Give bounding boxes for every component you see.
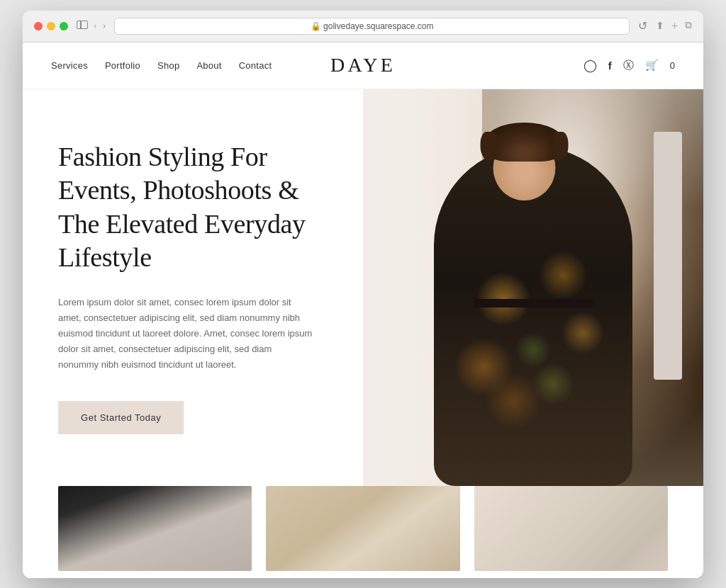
nav-link-about[interactable]: About (196, 60, 221, 71)
browser-controls: ‹ › (77, 21, 106, 32)
forward-icon[interactable]: › (103, 21, 106, 32)
thumbnail-2[interactable] (266, 486, 459, 571)
browser-window: ‹ › 🔒 golivedaye.squarespace.com ↺ ⬆ + ⧉… (23, 11, 703, 578)
url-text: golivedaye.squarespace.com (323, 21, 433, 31)
reload-icon[interactable]: ↺ (638, 19, 647, 33)
hero-section: Fashion Styling For Events, Photoshoots … (23, 89, 703, 486)
hero-content: Fashion Styling For Events, Photoshoots … (23, 89, 363, 486)
nav-links-left: Services Portfolio Shop About Contact (51, 60, 272, 71)
pinterest-icon[interactable]: Ⓧ (623, 59, 634, 72)
lock-icon: 🔒 (311, 21, 323, 31)
main-nav: Services Portfolio Shop About Contact DA… (23, 43, 703, 89)
browser-actions: ⬆ + ⧉ (656, 20, 692, 33)
instagram-icon[interactable]: ◯ (583, 58, 597, 73)
site-logo[interactable]: DAYE (330, 54, 396, 77)
nav-link-portfolio[interactable]: Portfolio (105, 60, 140, 71)
hero-image (363, 89, 703, 486)
nav-link-services[interactable]: Services (51, 60, 88, 71)
share-icon[interactable]: ⬆ (656, 20, 664, 33)
nav-link-contact[interactable]: Contact (239, 60, 272, 71)
browser-chrome: ‹ › 🔒 golivedaye.squarespace.com ↺ ⬆ + ⧉ (23, 11, 703, 43)
maximize-button[interactable] (60, 22, 68, 30)
tabs-icon[interactable]: ⧉ (685, 20, 692, 33)
cart-icon[interactable]: 🛒 (645, 59, 659, 72)
back-icon[interactable]: ‹ (94, 21, 97, 32)
thumbnail-row (23, 486, 703, 578)
cart-count: 0 (670, 60, 675, 71)
nav-right-icons: ◯ f Ⓧ 🛒 0 (583, 58, 675, 73)
minimize-button[interactable] (47, 22, 55, 30)
navbar: Services Portfolio Shop About Contact DA… (23, 43, 703, 89)
thumbnail-1[interactable] (58, 486, 252, 571)
close-button[interactable] (34, 22, 43, 30)
facebook-icon[interactable]: f (608, 60, 612, 72)
hero-title: Fashion Styling For Events, Photoshoots … (58, 140, 328, 275)
hero-description: Lorem ipsum dolor sit amet, consec lorem… (58, 295, 313, 373)
address-bar[interactable]: 🔒 golivedaye.squarespace.com (114, 18, 630, 35)
hero-photo-bg (363, 89, 703, 486)
new-tab-icon[interactable]: + (671, 20, 678, 33)
thumbnail-3[interactable] (474, 486, 668, 571)
sidebar-toggle-icon[interactable] (77, 21, 88, 32)
website-content: Services Portfolio Shop About Contact DA… (23, 43, 703, 578)
cta-button[interactable]: Get Started Today (58, 401, 184, 434)
nav-link-shop[interactable]: Shop (157, 60, 179, 71)
traffic-lights (34, 22, 68, 30)
